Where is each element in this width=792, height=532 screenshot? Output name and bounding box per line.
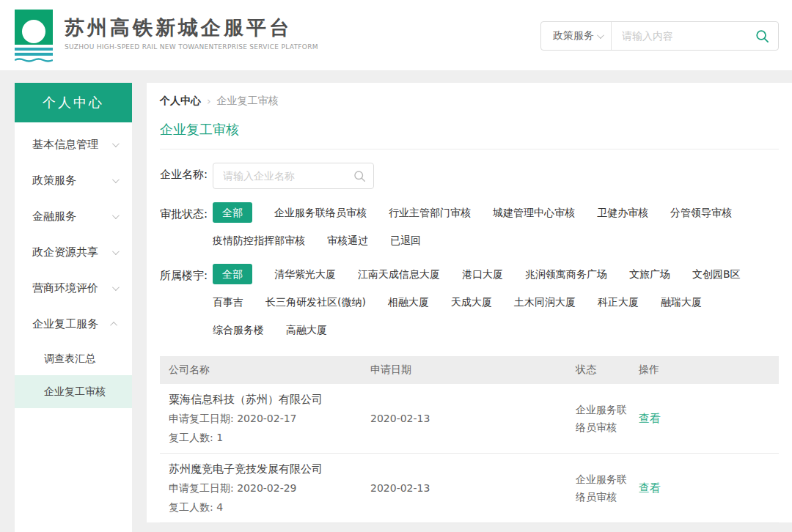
breadcrumb-current: 企业复工审核 <box>217 95 279 108</box>
status-text: 企业服务联络员审核 <box>576 470 639 506</box>
sidebar-item[interactable]: 企业复工服务 <box>15 306 132 342</box>
status-option[interactable]: 全部 <box>213 202 252 223</box>
table-header: 公司名称 申请日期 状态 操作 <box>160 356 779 384</box>
review-table: 公司名称 申请日期 状态 操作 粟海信息科技（苏州）有限公司 申请复工日期: 2… <box>160 356 779 532</box>
building-option[interactable]: 文旅广场 <box>629 264 670 284</box>
company-name: 苏州福嘉汇商贸有限公司 <box>169 529 370 532</box>
building-option[interactable]: 融瑞大厦 <box>661 292 702 312</box>
filter-company: 企业名称: <box>160 163 779 189</box>
col-status: 状态 <box>576 363 639 377</box>
company-search-input[interactable] <box>213 170 353 182</box>
building-option[interactable]: 百事吉 <box>213 292 243 312</box>
status-options: 全部 企业服务联络员审核 行业主管部门审核 城建管理中心审核 卫健办审核 分管领… <box>213 202 745 251</box>
chevron-icon <box>112 284 120 291</box>
company-filter-label: 企业名称: <box>160 163 213 189</box>
search-category-value: 政策服务 <box>553 29 594 43</box>
company-name: 苏州魔竞电子竞技发展有限公司 <box>169 459 370 479</box>
sidebar-item[interactable]: 政策服务 <box>15 163 132 199</box>
sidebar-item-label: 企业复工服务 <box>32 317 98 331</box>
site-subtitle: SUZHOU HIGH-SPEED RAIL NEW TOWANENTERPRI… <box>65 43 318 51</box>
sidebar-header: 个人中心 <box>15 83 132 122</box>
main-panel: 个人中心 › 企业复工审核 企业复工审核 企业名称: 审批状态: 全部 企业服务… <box>147 83 792 522</box>
header-search-input[interactable] <box>612 30 755 42</box>
sidebar-item[interactable]: 金融服务 <box>15 199 132 234</box>
sidebar-item-label: 政企资源共享 <box>32 245 98 259</box>
building-option[interactable]: 高融大厦 <box>286 319 327 340</box>
building-option[interactable]: 科正大厦 <box>598 292 639 312</box>
sidebar-subitem[interactable]: 调查表汇总 <box>15 342 132 375</box>
sidebar-subitem-label: 企业复工审核 <box>44 385 106 399</box>
company-search-icon[interactable] <box>353 170 366 182</box>
site-title: 苏州高铁新城企服平台 <box>65 16 318 40</box>
search-icon[interactable] <box>755 29 769 43</box>
company-name: 粟海信息科技（苏州）有限公司 <box>169 390 370 409</box>
building-options: 全部 清华紫光大厦 江南天成信息大厦 港口大厦 兆润领寓商务广场 文旅广场 文创… <box>213 264 745 340</box>
status-option[interactable]: 城建管理中心审核 <box>493 202 575 223</box>
resume-date: 申请复工日期: 2020-02-29 <box>169 479 370 498</box>
status-option[interactable]: 疫情防控指挥部审核 <box>213 230 305 251</box>
breadcrumb-separator-icon: › <box>207 95 211 107</box>
building-option[interactable]: 土木同润大厦 <box>514 292 576 312</box>
building-option[interactable]: 兆润领寓商务广场 <box>525 264 607 284</box>
logo <box>15 10 54 62</box>
status-option[interactable]: 企业服务联络员审核 <box>274 202 367 223</box>
col-apply-date: 申请日期 <box>370 363 576 377</box>
header-search: 政策服务 <box>540 21 779 51</box>
sidebar-item-label: 政策服务 <box>32 174 76 188</box>
chevron-icon <box>112 248 120 255</box>
chevron-icon <box>112 212 120 219</box>
resume-date: 申请复工日期: 2020-02-17 <box>169 409 370 428</box>
chevron-icon <box>112 140 120 147</box>
building-option[interactable]: 江南天成信息大厦 <box>358 264 440 284</box>
building-option[interactable]: 综合服务楼 <box>213 319 264 340</box>
building-option[interactable]: 长三角研发社区(微纳) <box>265 292 366 312</box>
brand: 苏州高铁新城企服平台 SUZHOU HIGH-SPEED RAIL NEW TO… <box>65 16 318 51</box>
status-option[interactable]: 审核通过 <box>327 230 368 251</box>
sidebar-subitem[interactable]: 企业复工审核 <box>15 375 132 408</box>
filter-status: 审批状态: 全部 企业服务联络员审核 行业主管部门审核 城建管理中心审核 卫健办… <box>160 202 779 251</box>
resume-people: 复工人数: 4 <box>169 498 370 517</box>
building-option[interactable]: 天成大厦 <box>451 292 492 312</box>
top-header: 苏州高铁新城企服平台 SUZHOU HIGH-SPEED RAIL NEW TO… <box>0 0 792 71</box>
logo-sun-icon <box>15 10 53 45</box>
logo-waves-icon <box>15 48 54 62</box>
building-option[interactable]: 相融大厦 <box>388 292 429 312</box>
building-option[interactable]: 全部 <box>213 264 252 284</box>
building-filter-label: 所属楼宇: <box>160 264 213 340</box>
resume-people: 复工人数: 1 <box>169 428 370 447</box>
sidebar-subitem-label: 调查表汇总 <box>44 352 95 366</box>
chevron-icon <box>110 322 117 329</box>
col-company: 公司名称 <box>160 363 370 377</box>
view-link[interactable]: 查看 <box>639 412 661 425</box>
building-option[interactable]: 文创园B区 <box>692 264 741 284</box>
page-title: 企业复工审核 <box>160 121 779 138</box>
status-option[interactable]: 分管领导审核 <box>670 202 732 223</box>
search-category-select[interactable]: 政策服务 <box>541 22 612 50</box>
view-link[interactable]: 查看 <box>639 481 661 495</box>
col-action: 操作 <box>639 363 779 377</box>
status-option[interactable]: 已退回 <box>390 230 421 251</box>
sidebar-item-label: 营商环境评价 <box>32 281 98 295</box>
sidebar: 个人中心 基本信息管理 政策服务 金融服务 政企资源共享 营商环境 <box>15 83 132 532</box>
status-option[interactable]: 行业主管部门审核 <box>389 202 471 223</box>
sidebar-item[interactable]: 政企资源共享 <box>15 234 132 270</box>
building-option[interactable]: 清华紫光大厦 <box>274 264 336 284</box>
apply-date: 2020-02-13 <box>370 410 576 427</box>
sidebar-item[interactable]: 营商环境评价 <box>15 270 132 306</box>
chevron-icon <box>112 176 120 183</box>
apply-date: 2020-02-13 <box>370 479 576 497</box>
table-row: 粟海信息科技（苏州）有限公司 申请复工日期: 2020-02-17 复工人数: … <box>160 384 779 454</box>
filter-building: 所属楼宇: 全部 清华紫光大厦 江南天成信息大厦 港口大厦 兆润领寓商务广场 文… <box>160 264 779 340</box>
sidebar-item-label: 金融服务 <box>32 210 76 223</box>
table-row: 苏州魔竞电子竞技发展有限公司 申请复工日期: 2020-02-29 复工人数: … <box>160 454 779 523</box>
sidebar-item[interactable]: 基本信息管理 <box>15 127 132 163</box>
status-text: 企业服务联络员审核 <box>576 401 639 436</box>
sidebar-item-label: 基本信息管理 <box>32 138 98 152</box>
table-row: 苏州福嘉汇商贸有限公司 申请复工日期: 2020-02-13 复工人数: 1 2… <box>160 523 779 532</box>
breadcrumb: 个人中心 › 企业复工审核 <box>160 95 779 108</box>
breadcrumb-home[interactable]: 个人中心 <box>160 95 201 108</box>
status-option[interactable]: 卫健办审核 <box>597 202 648 223</box>
company-search-field <box>213 163 374 189</box>
building-option[interactable]: 港口大厦 <box>462 264 503 284</box>
status-filter-label: 审批状态: <box>160 202 213 251</box>
